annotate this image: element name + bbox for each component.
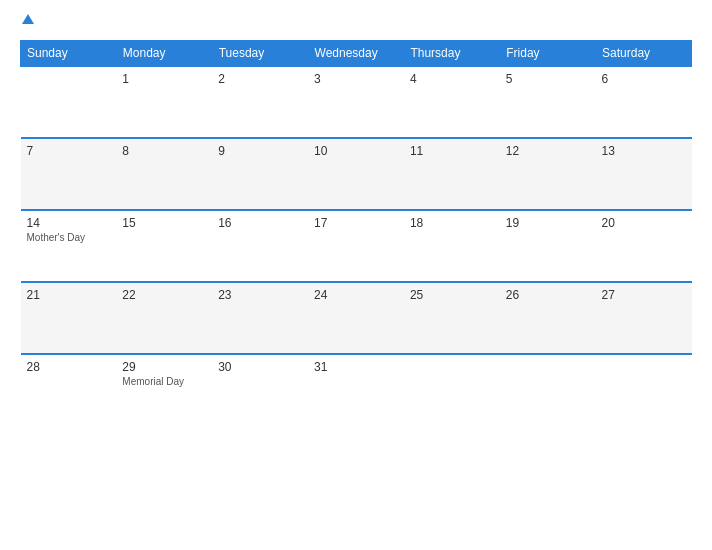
logo bbox=[20, 16, 34, 26]
day-number: 24 bbox=[314, 288, 398, 302]
calendar-cell: 1 bbox=[116, 66, 212, 138]
calendar-cell bbox=[500, 354, 596, 426]
day-number: 9 bbox=[218, 144, 302, 158]
calendar-cell: 10 bbox=[308, 138, 404, 210]
calendar-cell bbox=[596, 354, 692, 426]
calendar-table: SundayMondayTuesdayWednesdayThursdayFrid… bbox=[20, 40, 692, 426]
holiday-label: Mother's Day bbox=[27, 232, 111, 243]
calendar-header-row: SundayMondayTuesdayWednesdayThursdayFrid… bbox=[21, 41, 692, 67]
calendar-cell: 18 bbox=[404, 210, 500, 282]
calendar-cell: 25 bbox=[404, 282, 500, 354]
calendar-cell: 11 bbox=[404, 138, 500, 210]
day-number: 5 bbox=[506, 72, 590, 86]
day-number: 1 bbox=[122, 72, 206, 86]
day-number: 2 bbox=[218, 72, 302, 86]
calendar-week-row: 123456 bbox=[21, 66, 692, 138]
day-number: 20 bbox=[602, 216, 686, 230]
day-number: 28 bbox=[27, 360, 111, 374]
calendar-cell: 20 bbox=[596, 210, 692, 282]
calendar-cell: 17 bbox=[308, 210, 404, 282]
calendar-week-row: 2829Memorial Day3031 bbox=[21, 354, 692, 426]
weekday-header: Wednesday bbox=[308, 41, 404, 67]
day-number: 16 bbox=[218, 216, 302, 230]
calendar-cell: 9 bbox=[212, 138, 308, 210]
calendar-cell bbox=[404, 354, 500, 426]
day-number: 14 bbox=[27, 216, 111, 230]
day-number: 4 bbox=[410, 72, 494, 86]
calendar-cell: 5 bbox=[500, 66, 596, 138]
calendar-cell: 28 bbox=[21, 354, 117, 426]
day-number: 27 bbox=[602, 288, 686, 302]
day-number: 3 bbox=[314, 72, 398, 86]
day-number: 23 bbox=[218, 288, 302, 302]
day-number: 17 bbox=[314, 216, 398, 230]
calendar-cell: 22 bbox=[116, 282, 212, 354]
calendar-cell: 30 bbox=[212, 354, 308, 426]
calendar-header bbox=[20, 16, 692, 26]
calendar-cell: 12 bbox=[500, 138, 596, 210]
calendar-cell: 21 bbox=[21, 282, 117, 354]
day-number: 21 bbox=[27, 288, 111, 302]
calendar-cell: 7 bbox=[21, 138, 117, 210]
day-number: 8 bbox=[122, 144, 206, 158]
calendar-week-row: 78910111213 bbox=[21, 138, 692, 210]
weekday-header: Thursday bbox=[404, 41, 500, 67]
calendar-cell: 14Mother's Day bbox=[21, 210, 117, 282]
holiday-label: Memorial Day bbox=[122, 376, 206, 387]
day-number: 7 bbox=[27, 144, 111, 158]
calendar-cell: 26 bbox=[500, 282, 596, 354]
calendar-body: 1234567891011121314Mother's Day151617181… bbox=[21, 66, 692, 426]
day-number: 18 bbox=[410, 216, 494, 230]
day-number: 25 bbox=[410, 288, 494, 302]
calendar-cell: 8 bbox=[116, 138, 212, 210]
calendar-cell: 15 bbox=[116, 210, 212, 282]
weekday-header: Friday bbox=[500, 41, 596, 67]
calendar-cell: 31 bbox=[308, 354, 404, 426]
weekday-header: Tuesday bbox=[212, 41, 308, 67]
calendar-cell: 16 bbox=[212, 210, 308, 282]
day-number: 29 bbox=[122, 360, 206, 374]
calendar-cell: 29Memorial Day bbox=[116, 354, 212, 426]
calendar-cell bbox=[21, 66, 117, 138]
calendar-cell: 6 bbox=[596, 66, 692, 138]
weekday-header: Saturday bbox=[596, 41, 692, 67]
calendar-cell: 24 bbox=[308, 282, 404, 354]
calendar-week-row: 21222324252627 bbox=[21, 282, 692, 354]
day-number: 15 bbox=[122, 216, 206, 230]
calendar-cell: 13 bbox=[596, 138, 692, 210]
weekday-header: Sunday bbox=[21, 41, 117, 67]
day-number: 31 bbox=[314, 360, 398, 374]
weekday-header: Monday bbox=[116, 41, 212, 67]
calendar-cell: 23 bbox=[212, 282, 308, 354]
day-number: 26 bbox=[506, 288, 590, 302]
calendar-cell: 4 bbox=[404, 66, 500, 138]
day-number: 22 bbox=[122, 288, 206, 302]
calendar-cell: 2 bbox=[212, 66, 308, 138]
calendar-container: SundayMondayTuesdayWednesdayThursdayFrid… bbox=[0, 0, 712, 550]
calendar-cell: 19 bbox=[500, 210, 596, 282]
calendar-week-row: 14Mother's Day151617181920 bbox=[21, 210, 692, 282]
calendar-cell: 3 bbox=[308, 66, 404, 138]
day-number: 11 bbox=[410, 144, 494, 158]
day-number: 19 bbox=[506, 216, 590, 230]
calendar-cell: 27 bbox=[596, 282, 692, 354]
day-number: 30 bbox=[218, 360, 302, 374]
day-number: 6 bbox=[602, 72, 686, 86]
logo-triangle-icon bbox=[22, 14, 34, 24]
day-number: 10 bbox=[314, 144, 398, 158]
day-number: 12 bbox=[506, 144, 590, 158]
day-number: 13 bbox=[602, 144, 686, 158]
